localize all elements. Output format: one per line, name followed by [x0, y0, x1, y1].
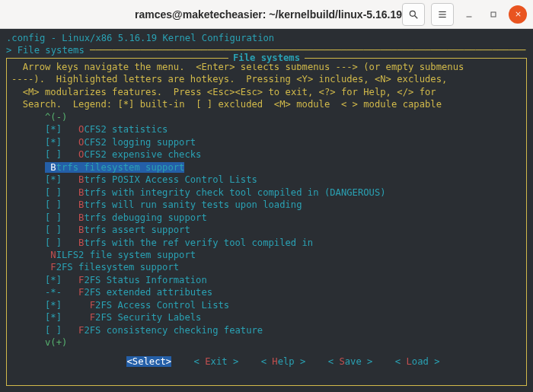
minimize-icon — [464, 10, 474, 19]
help-button[interactable]: < Help > — [261, 356, 306, 367]
button-row: <Select> < Exit > < Help > < Save > < Lo… — [7, 343, 526, 381]
close-button[interactable] — [509, 5, 527, 24]
minimize-button[interactable] — [460, 5, 478, 24]
window-titlebar: ramces@maketecheasier: ~/kernelbuild/lin… — [0, 0, 533, 29]
menu-item[interactable]: [ ] Btrfs assert support — [45, 224, 522, 236]
menu-item[interactable]: [*] F2FS Access Control Lists — [45, 299, 522, 311]
hamburger-icon — [437, 9, 448, 20]
menu-item[interactable]: [ ] OCFS2 expensive checks — [45, 148, 522, 161]
menu-item[interactable]: F2FS filesystem support — [45, 261, 522, 273]
save-button[interactable]: < Save > — [328, 356, 373, 367]
menu-item[interactable]: [ ] Btrfs with integrity check tool comp… — [45, 186, 522, 199]
menu-list[interactable]: [*] OCFS2 statistics[*] OCFS2 logging su… — [45, 123, 522, 336]
svg-rect-6 — [491, 12, 496, 17]
menu-button[interactable] — [431, 3, 454, 26]
menu-item[interactable]: [ ] Btrfs will run sanity tests upon loa… — [45, 199, 522, 211]
menu-item[interactable]: [*] F2FS Security Labels — [45, 311, 522, 323]
exit-button[interactable]: < Exit > — [194, 356, 239, 367]
maximize-icon — [489, 10, 498, 19]
svg-point-0 — [410, 11, 415, 16]
terminal[interactable]: .config - Linux/x86 5.16.19 Kernel Confi… — [0, 29, 533, 392]
config-header: .config - Linux/x86 5.16.19 Kernel Confi… — [6, 32, 527, 44]
menu-item[interactable]: [ ] Btrfs with the ref verify tool compi… — [45, 237, 522, 249]
select-button[interactable]: <Select> — [126, 356, 171, 367]
menu-item[interactable]: [ ] F2FS consistency checking feature — [45, 324, 522, 336]
menu-item[interactable]: -*- F2FS extended attributes — [45, 286, 522, 298]
load-button[interactable]: < Load > — [395, 356, 440, 367]
menu-item[interactable]: [*] OCFS2 logging support — [45, 136, 522, 148]
menu-item[interactable]: [ ] Btrfs debugging support — [45, 212, 522, 224]
window-title: ramces@maketecheasier: ~/kernelbuild/lin… — [135, 8, 402, 21]
maximize-button[interactable] — [484, 5, 503, 24]
help-text: Arrow keys navigate the menu. <Enter> se… — [11, 61, 522, 111]
menu-item[interactable]: [*] F2FS Status Information — [45, 274, 522, 286]
search-icon — [408, 9, 419, 20]
svg-line-1 — [415, 15, 418, 18]
menu-item[interactable]: Btrfs filesystem support — [45, 161, 522, 174]
menu-item[interactable]: NILFS2 file system support — [45, 249, 522, 261]
scroll-up-indicator: ^(-) — [45, 111, 522, 123]
close-icon — [514, 10, 522, 18]
frame-title: File systems — [228, 52, 305, 64]
menu-item[interactable]: [*] OCFS2 statistics — [45, 123, 522, 135]
search-button[interactable] — [402, 3, 425, 26]
menu-item[interactable]: [*] Btrfs POSIX Access Control Lists — [45, 174, 522, 186]
menu-frame: File systems Arrow keys navigate the men… — [6, 58, 527, 386]
